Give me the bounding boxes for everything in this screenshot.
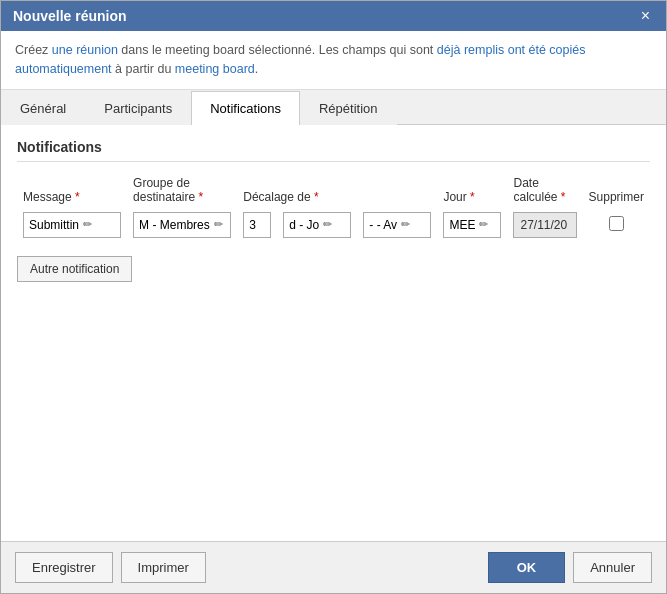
tab-participants-label: Participants [104, 101, 172, 116]
jour-value: MEE [449, 218, 475, 232]
tab-participants[interactable]: Participants [85, 91, 191, 125]
cancel-button[interactable]: Annuler [573, 552, 652, 583]
tab-bar: Général Participants Notifications Répét… [1, 90, 666, 125]
col-header-decalage-de: Décalage de * [237, 172, 437, 208]
cell-date-calculee: 27/11/20 [507, 208, 582, 242]
groupe-field[interactable]: M - Membres ✏ [133, 212, 231, 238]
tab-general-label: Général [20, 101, 66, 116]
autre-notification-button[interactable]: Autre notification [17, 256, 132, 282]
close-button[interactable]: × [637, 8, 654, 24]
message-field[interactable]: Submittin ✏ [23, 212, 121, 238]
date-calculee-value: 27/11/20 [520, 218, 567, 232]
cell-supprimer [583, 208, 650, 242]
dialog-body: Notifications Message * Groupe dedestina… [1, 125, 666, 542]
footer-left-buttons: Enregistrer Imprimer [15, 552, 206, 583]
info-text-2: dans le meeting board sélectionné. Les c… [118, 43, 437, 57]
footer-right-buttons: OK Annuler [488, 552, 652, 583]
decalage-rel-field[interactable]: - - Av ✏ [363, 212, 431, 238]
table-row: Submittin ✏ M - Membres ✏ 3 [17, 208, 650, 242]
jour-field[interactable]: MEE ✏ [443, 212, 501, 238]
groupe-value: M - Membres [139, 218, 210, 232]
message-value: Submittin [29, 218, 79, 232]
tab-notifications-label: Notifications [210, 101, 281, 116]
decalage-unit-field[interactable]: d - Jo ✏ [283, 212, 351, 238]
decalage-rel-value: - - Av [369, 218, 397, 232]
decalage-num-field[interactable]: 3 [243, 212, 271, 238]
decalage-num-value: 3 [249, 218, 256, 232]
dialog-title-bar: Nouvelle réunion × [1, 1, 666, 31]
dialog-title: Nouvelle réunion [13, 8, 127, 24]
cell-jour: MEE ✏ [437, 208, 507, 242]
col-header-supprimer: Supprimer [583, 172, 650, 208]
print-button[interactable]: Imprimer [121, 552, 206, 583]
jour-edit-icon[interactable]: ✏ [479, 218, 488, 231]
info-text-1: Créez [15, 43, 52, 57]
info-link-3: meeting board [175, 62, 255, 76]
info-text-3: à partir du [112, 62, 175, 76]
cell-decalage-num: 3 [237, 208, 277, 242]
col-header-date-calculee: Datecalculée * [507, 172, 582, 208]
info-text-4: . [255, 62, 258, 76]
cell-decalage-unit: d - Jo ✏ [277, 208, 357, 242]
cell-groupe: M - Membres ✏ [127, 208, 237, 242]
ok-button[interactable]: OK [488, 552, 566, 583]
decalage-unit-edit-icon[interactable]: ✏ [323, 218, 332, 231]
tab-notifications[interactable]: Notifications [191, 91, 300, 125]
info-link-1: une réunion [52, 43, 118, 57]
decalage-unit-value: d - Jo [289, 218, 319, 232]
date-calculee-field: 27/11/20 [513, 212, 576, 238]
groupe-edit-icon[interactable]: ✏ [214, 218, 223, 231]
cell-message: Submittin ✏ [17, 208, 127, 242]
notifications-section-title: Notifications [17, 139, 650, 162]
tab-general[interactable]: Général [1, 91, 85, 125]
col-header-groupe: Groupe dedestinataire * [127, 172, 237, 208]
tab-repetition-label: Répétition [319, 101, 378, 116]
col-header-message: Message * [17, 172, 127, 208]
supprimer-checkbox[interactable] [609, 216, 624, 231]
tab-repetition[interactable]: Répétition [300, 91, 397, 125]
dialog-footer: Enregistrer Imprimer OK Annuler [1, 541, 666, 593]
col-header-jour: Jour * [437, 172, 507, 208]
cell-decalage-rel: - - Av ✏ [357, 208, 437, 242]
message-edit-icon[interactable]: ✏ [83, 218, 92, 231]
save-button[interactable]: Enregistrer [15, 552, 113, 583]
dialog-info-banner: Créez une réunion dans le meeting board … [1, 31, 666, 90]
notifications-table: Message * Groupe dedestinataire * Décala… [17, 172, 650, 242]
decalage-rel-edit-icon[interactable]: ✏ [401, 218, 410, 231]
nouvelle-reunion-dialog: Nouvelle réunion × Créez une réunion dan… [0, 0, 667, 594]
